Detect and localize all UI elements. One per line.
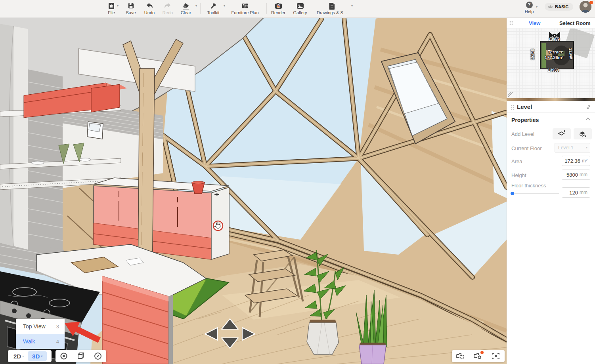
compass-button[interactable] (92, 351, 104, 361)
minimap-panel: View Select Room 13959 Terrace 172.36m² … (507, 18, 595, 98)
add-level-below-button[interactable] (574, 128, 592, 139)
camera-icon (269, 2, 288, 10)
layer-add-below-icon (579, 130, 587, 137)
chevron-down-icon[interactable]: ▾ (224, 4, 225, 8)
clear-button[interactable]: Clear (176, 2, 196, 15)
plan-badge[interactable]: BASIC (545, 3, 573, 11)
floor-thickness-input[interactable]: 120 mm (562, 187, 590, 198)
right-sidebar: View Select Room 13959 Terrace 172.36m² … (507, 18, 595, 364)
tab-select-room[interactable]: Select Room (555, 20, 595, 26)
current-floor-label: Current Floor (511, 145, 542, 151)
furniture-plan-button[interactable]: Furniture Plan (228, 2, 262, 15)
expand-icon[interactable] (586, 105, 591, 110)
camera-frame-icon (456, 352, 465, 360)
cube-icon (77, 352, 85, 360)
toolbar-separator (266, 3, 267, 14)
properties-section-header[interactable]: Properties (511, 117, 590, 123)
3d-viewport[interactable] (0, 18, 507, 364)
wrench-icon (203, 2, 224, 10)
chevron-down-icon[interactable]: ▾ (195, 4, 197, 8)
camera-tools (452, 350, 505, 362)
current-floor-select[interactable]: Level 1 ▾ (555, 143, 590, 152)
camera-settings-button[interactable] (472, 351, 484, 361)
floor-thickness-label: Floor thickness (511, 183, 546, 189)
chevron-down-icon[interactable]: ▾ (22, 354, 24, 358)
notification-dot (480, 351, 484, 354)
render-button[interactable]: Render (269, 2, 288, 15)
toolkit-button[interactable]: Toolkit (203, 2, 224, 15)
room-area-label: 172.36m² (545, 55, 563, 60)
minimap-tabs: View Select Room (507, 18, 595, 29)
app-window: File ▾ Save Undo Redo Clear ▾ Toolkit ▾ … (0, 0, 595, 364)
toolbar-separator (200, 3, 201, 14)
compass-icon (94, 352, 102, 360)
notification-dot (589, 1, 593, 4)
pan-hand-cursor (213, 221, 223, 231)
eraser-icon (176, 2, 196, 10)
height-input[interactable]: 5800 mm (562, 170, 590, 180)
minimap-viewport[interactable]: 13959 Terrace 172.36m² 13959 12348 12848 (507, 29, 595, 98)
area-input[interactable]: 172.36 m² (562, 156, 590, 166)
slider-thumb[interactable] (511, 192, 514, 195)
save-icon (121, 2, 140, 10)
add-level-above-button[interactable] (553, 128, 571, 139)
eye-icon (60, 352, 68, 360)
resize-handle-icon[interactable] (507, 92, 513, 97)
top-toolbar: File ▾ Save Undo Redo Clear ▾ Toolkit ▾ … (0, 0, 595, 18)
chevron-up-icon (585, 117, 590, 120)
chevron-down-icon: ▾ (586, 143, 587, 152)
visibility-button[interactable] (58, 351, 70, 361)
focus-center-button[interactable] (490, 351, 502, 361)
redo-button[interactable]: Redo (158, 2, 177, 15)
dimension-label-left: 12348 (530, 49, 535, 60)
add-level-label: Add Level (511, 131, 534, 137)
room-name-label: Terrace (548, 50, 563, 54)
chevron-down-icon[interactable]: ▾ (351, 4, 353, 8)
area-label: Area (511, 158, 522, 164)
drawings-schedules-button[interactable]: Drawings & S... (313, 2, 350, 15)
dimension-label-bottom: 13959 (548, 68, 559, 72)
orthographic-button[interactable] (75, 351, 87, 361)
save-button[interactable]: Save (121, 2, 140, 15)
chevron-down-icon[interactable]: ▾ (536, 5, 538, 9)
undo-icon (140, 2, 159, 10)
undo-button[interactable]: Undo (140, 2, 159, 15)
gallery-button[interactable]: Gallery (290, 2, 310, 15)
mode-2d-button[interactable]: 2D (13, 353, 21, 360)
dimension-label-top: 13959 (549, 37, 560, 42)
chevron-down-icon: ▾ (41, 354, 42, 358)
level-panel-header: Level (507, 101, 595, 113)
floor-thickness-slider[interactable] (511, 192, 559, 195)
menu-item-top-view[interactable]: Top View 3 (16, 319, 65, 334)
chevron-down-icon[interactable]: ▾ (117, 4, 119, 8)
level-panel: Level Properties Add Level Current Floor… (507, 101, 595, 364)
camera-view-button[interactable] (455, 351, 467, 361)
drawings-icon (313, 2, 350, 10)
drag-handle-icon[interactable] (511, 104, 515, 111)
dimension-label-right: 12848 (568, 48, 573, 59)
help-button[interactable]: ? Help (522, 1, 536, 14)
height-label: Height (511, 172, 526, 178)
center-focus-icon (492, 352, 500, 360)
scene-3d[interactable] (0, 18, 507, 364)
mode-3d-button[interactable]: 3D▾ (28, 351, 47, 361)
crown-icon (548, 4, 553, 9)
dimension-mode-switch: 2D ▾ 3D▾ (8, 350, 52, 362)
help-icon: ? (526, 2, 533, 8)
gallery-icon (290, 2, 310, 10)
slider-track (511, 193, 559, 194)
layer-add-icon (558, 130, 566, 137)
drag-handle-icon[interactable] (508, 20, 515, 26)
redo-icon (158, 2, 177, 10)
furniture-plan-icon (228, 2, 262, 10)
menu-item-walk[interactable]: Walk 4 (16, 334, 65, 349)
tab-view[interactable]: View (515, 20, 555, 26)
view-mode-menu: Top View 3 Walk 4 (16, 319, 65, 349)
panel-gap (507, 98, 595, 101)
view-tools (55, 350, 106, 362)
level-panel-title: Level (517, 103, 532, 110)
